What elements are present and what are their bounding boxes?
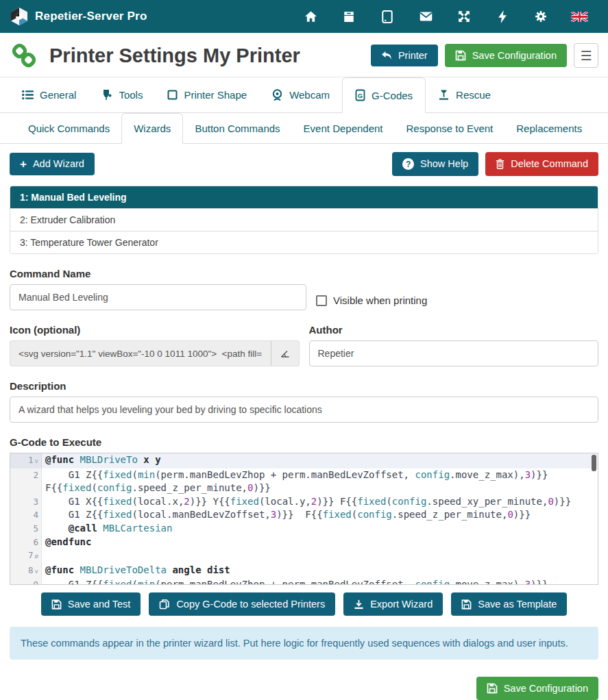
save-and-test-label: Save and Test (68, 599, 131, 610)
icon-svg-input[interactable] (10, 340, 271, 366)
tab-printer-shape[interactable]: Printer Shape (155, 77, 259, 112)
tablet-icon[interactable] (368, 10, 406, 23)
expand-icon[interactable] (445, 10, 483, 23)
delete-command-label: Delete Command (511, 159, 588, 169)
subtab-wizards[interactable]: Wizards (121, 113, 183, 144)
page-header: Printer Settings My Printer Printer Save… (0, 33, 608, 77)
save-and-test-button[interactable]: Save and Test (41, 592, 141, 616)
copy-gcode-button[interactable]: Copy G-Code to selected Printers (149, 592, 335, 616)
printer-box-icon[interactable] (330, 11, 368, 23)
command-name-input[interactable] (10, 284, 306, 310)
tab-rescue[interactable]: Rescue (426, 77, 503, 112)
copy-gcode-label: Copy G-Code to selected Printers (176, 599, 325, 610)
wizard-info-message: These commands appear in the printer wiz… (10, 627, 598, 660)
subtab-label: Wizards (134, 123, 171, 134)
author-label: Author (309, 324, 599, 336)
add-wizard-label: Add Wizard (33, 159, 84, 169)
subtab-label: Quick Commands (28, 123, 110, 134)
gear-icon[interactable] (522, 10, 560, 23)
subtab-event-dependent[interactable]: Event Dependent (292, 113, 395, 143)
mail-icon[interactable] (406, 12, 445, 21)
checkbox-icon[interactable] (316, 295, 327, 306)
footer-actions: Save Configuration (10, 677, 598, 700)
icon-optional-label: Icon (optional) (10, 324, 300, 336)
save-icon (461, 599, 472, 610)
navbar-icon-group (291, 10, 598, 23)
download-icon (354, 599, 364, 610)
tab-label: Webcam (289, 89, 330, 101)
author-input[interactable] (309, 340, 599, 366)
page-title: Printer Settings My Printer (49, 45, 300, 67)
back-arrow-icon (381, 51, 392, 60)
wizard-list: 1: Manual Bed Leveling 2: Extruder Calib… (10, 186, 598, 254)
subtab-button-commands[interactable]: Button Commands (183, 113, 291, 143)
wizard-list-item-3[interactable]: 3: Temperature Tower Generator (10, 231, 598, 253)
add-wizard-button[interactable]: + Add Wizard (10, 153, 95, 175)
show-help-button[interactable]: ? Show Help (392, 152, 478, 176)
subtab-label: Event Dependent (304, 123, 383, 134)
code-line: 7ø (10, 549, 598, 564)
angle-icon (280, 348, 291, 359)
delete-command-button[interactable]: Delete Command (485, 152, 598, 176)
gcode-file-icon: G (355, 89, 365, 101)
printer-button[interactable]: Printer (371, 45, 438, 67)
editor-actions: Save and Test Copy G-Code to selected Pr… (10, 592, 598, 616)
subtab-response-to-event[interactable]: Response to Event (395, 113, 505, 143)
show-help-label: Show Help (420, 159, 468, 169)
save-as-template-button[interactable]: Save as Template (451, 592, 567, 616)
hamburger-menu-button[interactable]: ☰ (574, 43, 598, 68)
top-navbar: Repetier-Server Pro (0, 0, 608, 33)
visible-when-printing-checkbox-row[interactable]: Visible when printing (316, 284, 598, 310)
save-configuration-label: Save Configuration (472, 51, 557, 61)
copy-icon (159, 599, 170, 610)
tab-g-codes[interactable]: G G-Codes (342, 77, 426, 113)
code-line: 2 G1 Z{{fixed(min(perm.manBedLevZhop + p… (10, 468, 598, 495)
save-configuration-bottom-label: Save Configuration (504, 684, 588, 694)
code-line: 5 @call MBLCartesian (10, 522, 598, 536)
main-content: + Add Wizard ? Show Help Delete Command … (0, 144, 608, 700)
tab-label: Tools (119, 89, 143, 101)
tab-label: G-Codes (372, 90, 413, 101)
edit-icon-button[interactable] (271, 340, 299, 366)
tab-label: General (40, 89, 76, 101)
square-outline-icon (167, 90, 178, 100)
editor-scrollbar-thumb[interactable] (592, 455, 596, 471)
code-line: 3 G1 X{{fixed(local.x,2)}} Y{{fixed(loca… (10, 495, 598, 509)
save-configuration-button-bottom[interactable]: Save Configuration (476, 677, 598, 700)
brand-logo[interactable]: Repetier-Server Pro (10, 7, 147, 26)
home-icon[interactable] (291, 11, 330, 23)
gcode-subtabs: Quick Commands Wizards Button Commands E… (0, 113, 608, 144)
visible-when-printing-label: Visible when printing (333, 295, 427, 306)
code-line: 6@endfunc (10, 536, 598, 549)
repetier-logo-icon (10, 7, 29, 26)
header-actions: Printer Save Configuration ☰ (371, 43, 598, 68)
tab-tools[interactable]: Tools (88, 77, 155, 112)
tab-webcam[interactable]: Webcam (259, 77, 342, 112)
code-line: 4 G1 Z{{fixed(local.manBedLevZoffset,3)}… (10, 508, 598, 522)
wizard-list-item-1[interactable]: 1: Manual Bed Leveling (10, 186, 598, 208)
rescue-icon (438, 89, 450, 101)
save-as-template-label: Save as Template (478, 599, 557, 610)
webcam-icon (271, 89, 283, 101)
command-name-label: Command Name (10, 268, 598, 279)
icon-input-group (10, 340, 300, 366)
tab-label: Printer Shape (184, 89, 247, 101)
main-tabs: General Tools Printer Shape Webcam G G-C… (0, 77, 608, 113)
language-flag-icon[interactable] (560, 12, 598, 22)
code-line: 1v@func MBLDriveTo x y (10, 453, 598, 468)
gcode-to-execute-label: G-Code to Execute (10, 436, 598, 448)
tab-label: Rescue (456, 89, 491, 101)
wizard-list-item-2[interactable]: 2: Extruder Calibration (10, 208, 598, 231)
export-wizard-button[interactable]: Export Wizard (343, 592, 443, 616)
description-input[interactable] (10, 397, 598, 423)
subtab-quick-commands[interactable]: Quick Commands (16, 113, 121, 143)
wizard-toolbar: + Add Wizard ? Show Help Delete Command (10, 152, 598, 176)
tab-general[interactable]: General (10, 77, 88, 112)
subtab-label: Replacements (516, 123, 582, 134)
subtab-replacements[interactable]: Replacements (504, 113, 594, 143)
subtab-label: Response to Event (406, 123, 494, 134)
save-icon (487, 683, 498, 694)
gcode-editor[interactable]: 1v@func MBLDriveTo x y2 G1 Z{{fixed(min(… (10, 453, 598, 585)
bolt-icon[interactable] (483, 10, 522, 23)
save-configuration-button-top[interactable]: Save Configuration (445, 44, 567, 67)
